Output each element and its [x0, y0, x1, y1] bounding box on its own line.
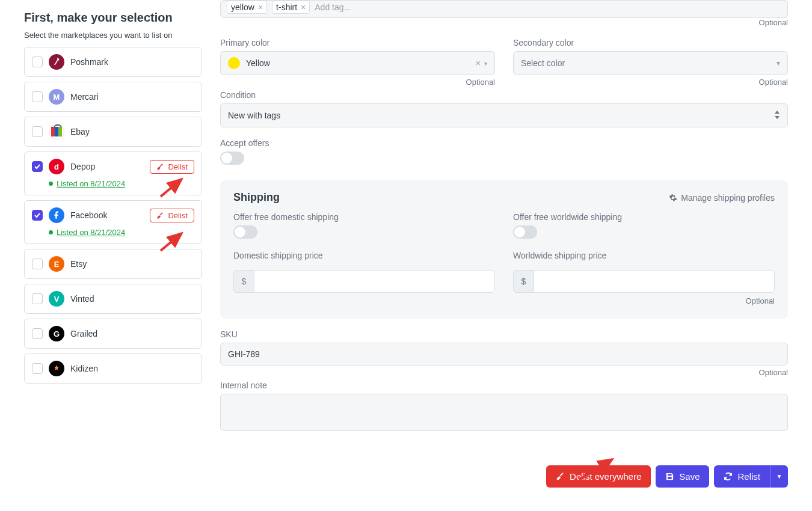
- currency-symbol: $: [233, 270, 254, 293]
- remove-tag-icon[interactable]: ×: [301, 2, 306, 12]
- primary-color-label: Primary color: [220, 38, 495, 47]
- shipping-panel: Shipping Manage shipping profiles Offer …: [220, 180, 788, 319]
- marketplace-name: Mercari: [70, 92, 99, 102]
- checkbox[interactable]: [32, 210, 43, 221]
- tag-chip[interactable]: t-shirt ×: [272, 1, 310, 14]
- tag-chip[interactable]: yellow ×: [227, 1, 267, 14]
- poshmark-icon: [49, 54, 64, 70]
- checkbox[interactable]: [32, 363, 43, 374]
- color-swatch-icon: [228, 57, 240, 69]
- checkbox[interactable]: [32, 259, 43, 269]
- condition-label: Condition: [220, 90, 788, 100]
- status-dot-icon: [49, 182, 53, 186]
- refresh-icon: [724, 472, 733, 481]
- accept-offers-toggle[interactable]: [220, 151, 244, 165]
- condition-value: New with tags: [228, 111, 280, 120]
- primary-color-select[interactable]: Yellow × ▾: [220, 51, 495, 75]
- checkbox[interactable]: [32, 126, 43, 137]
- marketplace-name: Depop: [70, 162, 95, 171]
- optional-note: Optional: [220, 368, 788, 377]
- marketplace-name: Poshmark: [70, 57, 108, 67]
- listed-status-link[interactable]: Listed on 8/21/2024: [49, 228, 194, 237]
- currency-symbol: $: [513, 270, 534, 293]
- broom-icon: [156, 163, 164, 171]
- ebay-icon: [49, 124, 64, 139]
- marketplace-item-etsy[interactable]: E Etsy: [24, 249, 202, 279]
- free-domestic-label: Offer free domestic shipping: [233, 212, 495, 222]
- sidebar: First, make your selection Select the ma…: [24, 0, 202, 511]
- free-worldwide-toggle[interactable]: [513, 225, 537, 239]
- mercari-icon: M: [49, 89, 64, 105]
- chevron-down-icon[interactable]: ▾: [484, 60, 487, 67]
- optional-note: Optional: [220, 78, 495, 87]
- internal-note-textarea[interactable]: [220, 394, 788, 431]
- secondary-color-placeholder: Select color: [521, 58, 565, 68]
- broom-icon: [556, 472, 565, 481]
- marketplace-item-poshmark[interactable]: Poshmark: [24, 47, 202, 77]
- secondary-color-select[interactable]: Select color ▾: [513, 51, 788, 75]
- marketplace-name: Etsy: [70, 259, 87, 269]
- marketplace-name: Kidizen: [70, 364, 98, 373]
- marketplace-item-depop[interactable]: d Depop Delist Listed on 8/21/2024: [24, 151, 202, 195]
- clear-icon[interactable]: ×: [476, 58, 481, 68]
- depop-icon: d: [49, 159, 64, 174]
- manage-shipping-profiles-link[interactable]: Manage shipping profiles: [669, 193, 775, 203]
- status-dot-icon: [49, 230, 53, 234]
- action-bar: Delist everywhere Save Relist ▼: [220, 465, 788, 488]
- marketplace-item-ebay[interactable]: Ebay: [24, 117, 202, 147]
- facebook-icon: [49, 207, 64, 223]
- grailed-icon: G: [49, 326, 64, 341]
- secondary-color-label: Secondary color: [513, 38, 788, 47]
- vinted-icon: V: [49, 291, 64, 307]
- save-button[interactable]: Save: [656, 465, 709, 488]
- domestic-price-label: Domestic shipping price: [233, 251, 495, 260]
- marketplace-item-kidizen[interactable]: Kidizen: [24, 353, 202, 384]
- free-worldwide-label: Offer free worldwide shipping: [513, 212, 775, 222]
- tag-placeholder: Add tag...: [315, 2, 351, 12]
- condition-select[interactable]: New with tags: [220, 103, 788, 127]
- checkbox[interactable]: [32, 161, 43, 172]
- listed-status-link[interactable]: Listed on 8/21/2024: [49, 179, 194, 188]
- worldwide-price-input[interactable]: [534, 270, 775, 293]
- delist-everywhere-button[interactable]: Delist everywhere: [546, 465, 651, 488]
- main-form: yellow × t-shirt × Add tag... Optional P…: [220, 0, 788, 511]
- optional-note: Optional: [220, 18, 788, 27]
- domestic-price-input[interactable]: [254, 270, 495, 293]
- checkbox[interactable]: [32, 91, 43, 102]
- sidebar-subtitle: Select the marketplaces you want to list…: [24, 31, 202, 40]
- optional-note: Optional: [233, 296, 775, 305]
- tag-input[interactable]: yellow × t-shirt × Add tag...: [220, 0, 788, 18]
- marketplace-item-mercari[interactable]: M Mercari: [24, 82, 202, 112]
- marketplace-name: Facebook: [70, 210, 107, 220]
- shipping-heading: Shipping: [233, 191, 280, 204]
- marketplace-name: Grailed: [70, 329, 97, 338]
- delist-button[interactable]: Delist: [150, 160, 194, 174]
- relist-dropdown-toggle[interactable]: ▼: [770, 465, 788, 488]
- primary-color-value: Yellow: [246, 58, 270, 68]
- free-domestic-toggle[interactable]: [233, 225, 257, 239]
- marketplace-item-facebook[interactable]: Facebook Delist Listed on 8/21/2024: [24, 200, 202, 244]
- worldwide-price-label: Worldwide shipping price: [513, 251, 775, 260]
- remove-tag-icon[interactable]: ×: [258, 2, 263, 12]
- checkbox[interactable]: [32, 293, 43, 304]
- sku-label: SKU: [220, 329, 788, 339]
- accept-offers-label: Accept offers: [220, 138, 788, 148]
- sort-icon[interactable]: [774, 111, 780, 121]
- sku-input[interactable]: [220, 343, 788, 366]
- marketplace-item-grailed[interactable]: G Grailed: [24, 319, 202, 349]
- save-icon: [665, 472, 674, 481]
- broom-icon: [156, 212, 164, 219]
- checkbox[interactable]: [32, 57, 43, 67]
- marketplace-name: Vinted: [70, 294, 94, 304]
- kidizen-icon: [49, 361, 64, 376]
- marketplace-name: Ebay: [70, 127, 90, 136]
- marketplace-item-vinted[interactable]: V Vinted: [24, 284, 202, 314]
- delist-button[interactable]: Delist: [150, 209, 194, 222]
- chevron-down-icon[interactable]: ▾: [777, 59, 780, 67]
- marketplace-list: Poshmark M Mercari Ebay: [24, 47, 202, 384]
- etsy-icon: E: [49, 256, 64, 272]
- relist-button[interactable]: Relist: [714, 465, 770, 488]
- sidebar-heading: First, make your selection: [24, 11, 202, 25]
- checkbox[interactable]: [32, 328, 43, 339]
- optional-note: Optional: [513, 78, 788, 87]
